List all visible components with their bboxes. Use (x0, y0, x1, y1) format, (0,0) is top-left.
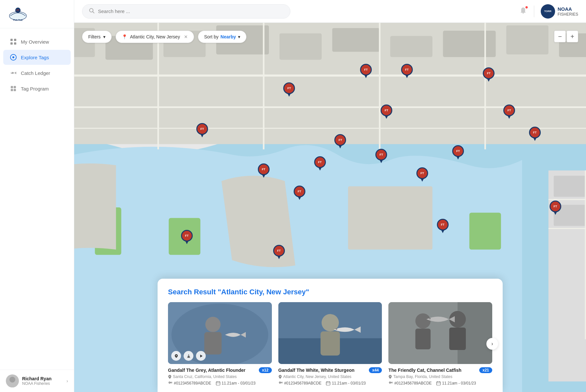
map-container: Filters ▾ 📍 Atlantic City, New Jersey ✕ … (74, 23, 586, 392)
user-org: NOAA Fisheries (22, 381, 63, 386)
map-pin[interactable]: FT (258, 163, 270, 178)
pin-icon: FT (401, 64, 413, 76)
map-pin[interactable]: FT (401, 64, 413, 78)
result-card-3: The Friendly Cat, Channel Catfish x21 Ta… (388, 302, 492, 385)
svg-rect-27 (279, 33, 322, 60)
user-name: Richard Ryan (22, 376, 63, 381)
map-pin[interactable]: FT (294, 186, 305, 200)
clear-location-icon[interactable]: ✕ (184, 34, 188, 39)
pin-icon: FT (529, 127, 541, 138)
map-pin[interactable]: FT (196, 123, 208, 137)
card-image-1 (168, 302, 272, 364)
pin-icon: FT (334, 134, 346, 146)
count-badge-3: x21 (479, 367, 492, 373)
svg-rect-102 (326, 382, 330, 385)
map-pin[interactable]: FT (550, 201, 561, 215)
meta-tag-1: #0123456789ABCDE (168, 381, 211, 385)
pin-icon: FT (483, 67, 495, 79)
pin-icon: FT (196, 123, 208, 135)
svg-text:FT: FT (17, 9, 20, 11)
svg-point-108 (415, 313, 431, 329)
noaa-label: NOAA (558, 6, 578, 12)
count-badge-1: x12 (259, 367, 272, 373)
play-overlay-btn[interactable] (196, 351, 206, 361)
map-filters: Filters ▾ 📍 Atlantic City, New Jersey ✕ … (82, 31, 246, 43)
fish-icon (10, 69, 17, 77)
filters-button[interactable]: Filters ▾ (82, 31, 112, 43)
location-filter[interactable]: 📍 Atlantic City, New Jersey ✕ (116, 31, 194, 43)
user-info: Richard Ryan NOAA Fisheries (22, 376, 63, 386)
svg-point-9 (12, 56, 14, 58)
map-pin[interactable]: FT (375, 149, 387, 163)
map-pin[interactable]: FT (529, 127, 541, 141)
svg-rect-30 (443, 31, 496, 57)
pin-tail (533, 138, 537, 141)
map-pin[interactable]: FT (334, 134, 346, 148)
svg-point-16 (8, 384, 17, 387)
zoom-out-button[interactable]: − (554, 31, 566, 42)
notification-dot (525, 6, 528, 9)
logo-area: FT Fish-Trak (0, 0, 74, 28)
pin-icon: FT (258, 163, 270, 175)
header-right: TORR NOAA FISHERIES (519, 4, 578, 19)
card-meta-1: #0123456789ABCDE 11.21am - 03/01/23 (168, 381, 272, 385)
map-pin[interactable]: FT (314, 156, 326, 171)
tag-icon (10, 85, 17, 92)
sort-value: Nearby (220, 34, 236, 39)
card-title-1: Gandalf The Grey, Atlantic Flounder (168, 368, 245, 373)
svg-rect-7 (14, 42, 16, 45)
sidebar-item-my-overview[interactable]: My Overview (3, 34, 71, 49)
svg-rect-111 (449, 328, 466, 350)
card-title-row-2: Gandalf The White, White Sturgeon x44 (278, 367, 382, 373)
notification-icon[interactable] (519, 7, 527, 16)
pin-tail (287, 93, 291, 97)
sidebar-item-catch-ledger[interactable]: Catch Ledger (3, 65, 71, 80)
fish-trak-logo: FT Fish-Trak (7, 6, 29, 24)
compass-icon (10, 54, 17, 61)
pin-icon: FT (294, 186, 305, 197)
svg-point-87 (169, 376, 170, 377)
card-title-row-1: Gandalf The Grey, Atlantic Flounder x12 (168, 367, 272, 373)
svg-rect-97 (320, 331, 340, 356)
sidebar-item-label: My Overview (21, 39, 49, 45)
map-pin[interactable]: FT (283, 82, 295, 97)
meta-tag-2: #0123456789ABCDE (278, 381, 322, 385)
user-area[interactable]: Richard Ryan NOAA Fisheries › (0, 370, 74, 392)
svg-point-84 (176, 355, 177, 356)
card-overlay-icons-1 (171, 351, 206, 361)
map-pin[interactable]: FT (381, 105, 392, 119)
sidebar-item-tag-program[interactable]: Tag Program (3, 81, 71, 96)
results-title-prefix: Search Result (168, 288, 218, 296)
card-meta-2: #0123456789ABCDE 11.21am - 03/01/23 (278, 381, 382, 385)
map-pin[interactable]: FT (452, 145, 464, 160)
map-pin[interactable]: FT (273, 245, 285, 259)
pin-tail (405, 75, 409, 78)
svg-point-113 (390, 376, 391, 377)
zoom-in-button[interactable]: + (566, 31, 578, 42)
map-pin[interactable]: FT (416, 167, 428, 182)
next-arrow-button[interactable]: › (486, 338, 498, 350)
search-bar[interactable] (82, 4, 290, 19)
card-location-2: Atlantic City, New Jersey, United States (278, 374, 382, 379)
pin-tail (318, 167, 322, 171)
sidebar-item-label: Explore Tags (21, 55, 49, 60)
card-title-row-3: The Friendly Cat, Channel Catfish x21 (388, 367, 492, 373)
sort-button[interactable]: Sort by Nearby ▾ (198, 31, 246, 43)
search-input[interactable] (98, 8, 284, 14)
map-pin[interactable]: FT (360, 64, 372, 78)
search-icon (89, 8, 95, 15)
svg-point-82 (205, 317, 221, 332)
header-divider (534, 6, 534, 17)
download-overlay-btn[interactable] (184, 351, 193, 361)
map-pin[interactable]: FT (483, 67, 495, 82)
svg-rect-50 (469, 213, 501, 249)
pin-icon: FT (181, 230, 193, 242)
map-pin[interactable]: FT (503, 105, 515, 119)
map-pin[interactable]: FT (181, 230, 193, 244)
pin-icon: FT (550, 201, 561, 212)
svg-rect-31 (506, 25, 549, 54)
svg-rect-52 (348, 186, 432, 249)
sidebar-item-explore-tags[interactable]: Explore Tags (3, 50, 71, 65)
map-pin[interactable]: FT (437, 219, 449, 233)
location-overlay-btn[interactable] (171, 351, 181, 361)
